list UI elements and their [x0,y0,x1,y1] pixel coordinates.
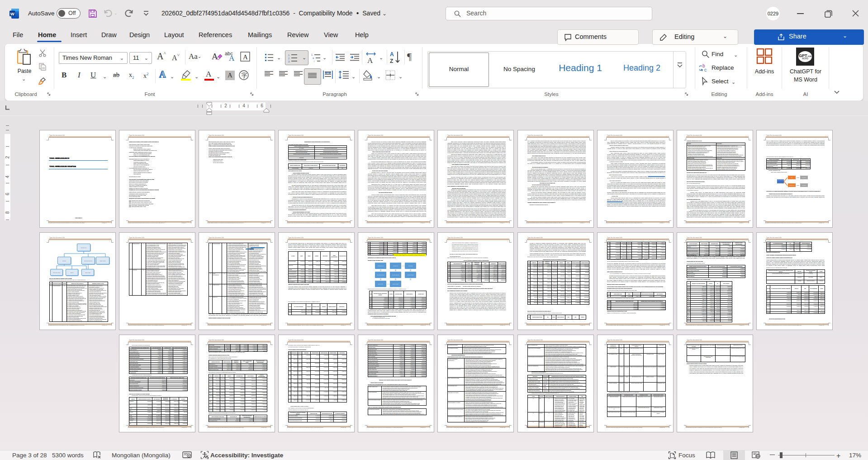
svg-text:1: 1 [311,53,313,56]
svg-text:Z: Z [390,58,393,64]
svg-text:3: 3 [288,60,289,63]
svg-text:1: 1 [288,54,289,57]
svg-text:i: i [314,60,314,62]
svg-text:A: A [243,53,248,61]
svg-text:A: A [367,56,373,63]
svg-text:W: W [10,11,14,16]
svg-text:2: 2 [288,57,289,60]
svg-text:字: 字 [242,72,247,79]
svg-text:a: a [313,57,314,59]
svg-text:A: A [390,51,394,58]
svg-text:c: c [704,67,707,72]
svg-text:A: A [212,52,218,61]
